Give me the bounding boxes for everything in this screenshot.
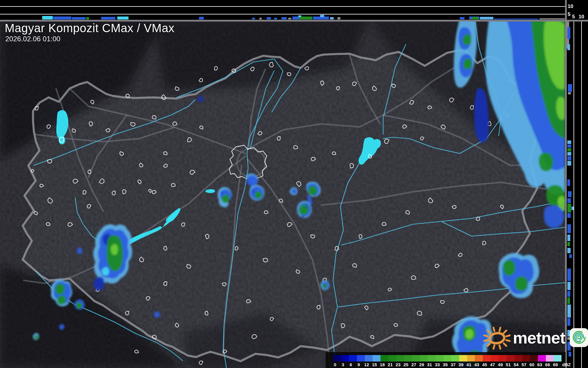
dbz-tick: 9 <box>358 362 360 367</box>
profile-echo <box>567 282 571 290</box>
profile-echo <box>42 16 53 19</box>
top-profile-gridline-5km <box>0 14 565 14</box>
profile-echo <box>337 17 340 19</box>
dbz-tick: 43 <box>474 362 479 367</box>
profile-echo <box>53 17 71 19</box>
profile-echo <box>567 198 571 203</box>
dbz-colorbar-cells <box>333 355 561 362</box>
right-profile-gridline-5km <box>574 22 574 368</box>
dbz-cell-18 <box>381 355 388 362</box>
dbz-tick: 25 <box>403 362 409 367</box>
profile-echo <box>568 84 572 92</box>
panel-separator-vertical <box>565 0 567 368</box>
hungary-radar-composite <box>0 0 565 368</box>
profile-echo <box>199 17 204 19</box>
dbz-cell-43 <box>475 355 483 362</box>
profile-echo <box>117 17 129 19</box>
top-profile-gridline-10km <box>0 6 565 7</box>
dbz-cell-31 <box>428 355 436 362</box>
dbz-tick: 54 <box>514 362 519 367</box>
dbz-cell-49 <box>498 355 506 362</box>
profile-echo <box>569 254 572 258</box>
profile-echo <box>567 140 571 144</box>
dbz-tick: 51 <box>506 362 511 367</box>
profile-echo <box>274 18 277 19</box>
profile-echo <box>567 179 570 186</box>
dbz-cell-35 <box>444 355 452 362</box>
profile-echo <box>567 242 570 246</box>
profile-echo <box>539 18 565 19</box>
profile-echo <box>252 18 255 19</box>
sun-icon <box>483 323 511 352</box>
profile-echo <box>567 27 570 39</box>
dbz-tick: 37 <box>451 362 456 367</box>
metnet-logo: metnet <box>483 323 588 352</box>
dbz-tick: 3 <box>342 362 344 367</box>
dbz-cell-9 <box>357 355 365 362</box>
profile-echo <box>569 352 571 356</box>
radar-map <box>0 0 565 368</box>
profile-echo <box>567 305 571 318</box>
dbz-unit-label: dBZ <box>562 362 571 367</box>
dbz-tick: 60 <box>529 362 534 367</box>
dbz-cell-25 <box>404 355 412 362</box>
dbz-tick: 35 <box>443 362 448 367</box>
profile-echo <box>101 17 115 19</box>
profile-echo <box>299 17 312 19</box>
profile-echo <box>567 213 571 218</box>
dbz-tick: 0 <box>334 362 336 367</box>
dbz-cell-21 <box>388 355 396 362</box>
dbz-cell-66 <box>546 355 554 362</box>
profile-echo <box>567 297 570 304</box>
dbz-tick: 39 <box>459 362 464 367</box>
dbz-tick: 15 <box>372 362 377 367</box>
page-title: Magyar Kompozit CMax / VMax <box>5 22 174 35</box>
dbz-tick: 21 <box>388 362 393 367</box>
dbz-cell-63 <box>538 355 546 362</box>
dbz-tick: 33 <box>435 362 440 367</box>
dbz-cell-23 <box>396 355 404 362</box>
profile-echo <box>568 92 571 94</box>
dbz-cell-45 <box>483 355 491 362</box>
dbz-tick: 23 <box>396 362 401 367</box>
profile-echo <box>320 15 324 17</box>
dbz-tick: 57 <box>521 362 526 367</box>
right-axis-label-5: 5 <box>572 14 575 20</box>
profile-echo <box>567 152 571 156</box>
profile-echo <box>567 156 571 160</box>
dbz-tick: 47 <box>490 362 495 367</box>
dbz-tick: 41 <box>467 362 472 367</box>
dbz-tick: 69 <box>553 362 558 367</box>
dbz-cell-69 <box>554 355 561 362</box>
top-axis-label-10: 10 <box>568 4 573 9</box>
dbz-cell-57 <box>522 355 530 362</box>
dbz-cell-6 <box>349 355 357 362</box>
profile-echo <box>259 18 262 19</box>
dbz-tick: 66 <box>545 362 550 367</box>
dbz-cell-39 <box>459 355 467 362</box>
dbz-cell-54 <box>514 355 522 362</box>
profile-echo <box>288 18 291 19</box>
profile-echo <box>86 17 89 19</box>
profile-echo <box>567 291 570 297</box>
logo-wordmark: metnet <box>513 328 565 347</box>
profile-echo <box>567 148 571 151</box>
dbz-colorbar: 0369121518212325272931333537394143454749… <box>326 352 566 368</box>
profile-echo <box>460 17 465 19</box>
profile-echo <box>494 19 538 19</box>
profile-echo <box>72 17 85 19</box>
dbz-tick: 49 <box>498 362 503 367</box>
top-height-profile-panel <box>0 0 565 20</box>
dbz-tick: 45 <box>482 362 487 367</box>
dbz-cell-33 <box>436 355 444 362</box>
profile-echo <box>480 17 493 19</box>
profile-echo <box>567 224 571 233</box>
dbz-cell-60 <box>530 355 538 362</box>
profile-echo <box>567 161 571 166</box>
dbz-cell-15 <box>373 355 381 362</box>
dbz-cell-27 <box>412 355 420 362</box>
dbz-tick: 31 <box>427 362 432 367</box>
dbz-tick: 63 <box>537 362 542 367</box>
right-axis-label-10: 10 <box>579 14 584 20</box>
profile-echo <box>567 44 570 50</box>
